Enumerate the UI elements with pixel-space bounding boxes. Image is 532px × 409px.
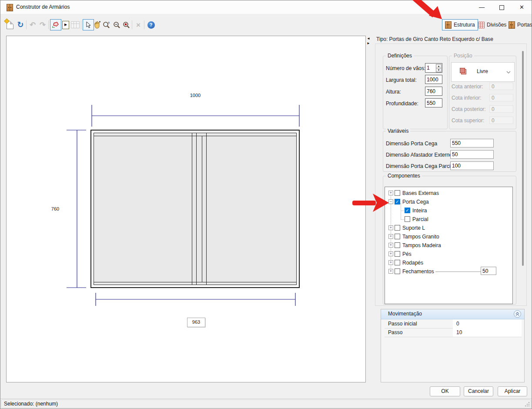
tree-item-label: Tampos Madeira: [402, 242, 441, 248]
expand-icon[interactable]: +: [388, 269, 393, 274]
tree-item-tampos-madeira[interactable]: + Tampos Madeira: [385, 241, 512, 250]
groupbox-variaveis-title: Variáveis: [386, 128, 410, 134]
help-button[interactable]: ?: [146, 20, 156, 30]
checkbox-porta-cega[interactable]: ✓: [395, 199, 400, 204]
zoom-selection-button[interactable]: [121, 20, 131, 30]
tab-estrutura-label: Estrutura: [454, 22, 475, 28]
checkbox-fechamentos[interactable]: [395, 268, 400, 274]
help-icon: ?: [147, 21, 155, 29]
minimize-button[interactable]: —: [472, 0, 492, 14]
expand-icon[interactable]: +: [388, 234, 393, 239]
checkbox-tampos-madeira[interactable]: [395, 242, 400, 248]
redo-button[interactable]: ↷: [38, 20, 47, 30]
tree-item-rodapes[interactable]: + Rodapés: [385, 258, 512, 267]
movimentacao-header[interactable]: Movimentação: [381, 309, 524, 319]
fechamentos-value-input[interactable]: [481, 267, 496, 275]
numero-vaos-spin-down[interactable]: ▼: [436, 68, 442, 72]
splitter-collapse-right-icon[interactable]: ►: [367, 41, 370, 46]
checkbox-suporte-l[interactable]: [395, 225, 400, 231]
tab-divisoes[interactable]: Divisões: [475, 19, 509, 30]
window-title: Construtor de Armários: [16, 4, 70, 10]
altura-input[interactable]: [425, 87, 442, 96]
passo-value[interactable]: 10: [453, 328, 522, 337]
checkbox-parcial[interactable]: [405, 216, 410, 222]
tree-item-label: Suporte L: [402, 225, 425, 231]
property-row-passo[interactable]: Passo 10: [385, 328, 522, 337]
profundidade-input[interactable]: [425, 98, 442, 107]
cota-inferior-label: Cota inferior:: [452, 95, 482, 101]
maximize-icon: [499, 5, 504, 10]
expand-icon[interactable]: +: [388, 251, 393, 256]
panel-scrollbar[interactable]: [522, 51, 524, 266]
edit-structure-tool-button[interactable]: [50, 19, 61, 30]
expand-icon[interactable]: +: [388, 260, 393, 265]
toolbar-separator: [81, 20, 81, 29]
new-file-button[interactable]: [5, 20, 15, 30]
expand-icon[interactable]: +: [388, 243, 393, 248]
checkbox-rodapes[interactable]: [395, 260, 400, 265]
tree-item-bases-externas[interactable]: + Bases Externas: [385, 189, 512, 198]
tree-item-porta-cega[interactable]: − ✓ Porta Cega: [385, 198, 512, 206]
dimension-bottom-field[interactable]: 963: [187, 318, 205, 327]
passo-inicial-value[interactable]: 0: [453, 319, 522, 328]
property-row-passo-inicial[interactable]: Passo inicial 0: [385, 319, 522, 329]
redo-icon: ↷: [40, 21, 46, 29]
pan-tool-button[interactable]: [92, 20, 102, 30]
altura-label: Altura:: [386, 89, 401, 95]
grid-tool-button[interactable]: [70, 20, 80, 30]
checkbox-pes[interactable]: [395, 251, 400, 257]
expand-icon[interactable]: +: [388, 191, 393, 195]
cabinet-icon: [445, 21, 452, 29]
dim-afastador-input[interactable]: [450, 150, 494, 159]
tab-portas[interactable]: Portas: [506, 19, 532, 30]
collapse-panel-button[interactable]: [514, 310, 521, 318]
dim-porta-cega-parcial-input[interactable]: [450, 161, 494, 170]
refresh-button[interactable]: ↻: [16, 20, 25, 30]
dim-left-line: [67, 130, 86, 288]
numero-vaos-label: Número de vãos:: [386, 65, 425, 71]
collapse-icon[interactable]: −: [388, 199, 393, 204]
cota-superior-label: Cota superior:: [452, 117, 484, 124]
cota-posterior-field: 0: [489, 105, 513, 113]
close-button[interactable]: ✕: [512, 0, 532, 14]
posicao-selected-value: Livre: [477, 68, 488, 74]
toolbar-separator: [48, 20, 49, 29]
app-icon: [7, 4, 13, 11]
tree-item-tampos-granito[interactable]: + Tampos Granito: [385, 232, 512, 241]
tab-estrutura[interactable]: Estrutura: [442, 19, 478, 30]
undo-button[interactable]: ↶: [28, 20, 37, 30]
drawing-canvas[interactable]: 1000 760 963: [6, 36, 366, 382]
expand-icon[interactable]: +: [388, 225, 393, 230]
largura-input[interactable]: [425, 75, 442, 84]
zoom-window-button[interactable]: ±: [102, 20, 111, 30]
pan-hand-icon: [93, 21, 101, 29]
dim-afastador-label: Dimensão Afastador Externo: [386, 152, 452, 158]
maximize-button[interactable]: [492, 0, 512, 14]
tree-item-label: Tampos Granito: [402, 234, 439, 240]
tree-item-pes[interactable]: + Pés: [385, 250, 512, 258]
components-tree: + Bases Externas − ✓ Porta Cega ✓ Inteir…: [385, 187, 513, 304]
cancel-button[interactable]: Cancelar: [464, 386, 493, 396]
largura-label: Largura total:: [386, 77, 417, 83]
title-bar: Construtor de Armários — ✕: [0, 0, 532, 14]
checkbox-bases-externas[interactable]: [395, 190, 400, 196]
cota-superior-field: 0: [489, 117, 513, 124]
checkbox-inteira[interactable]: ✓: [405, 208, 410, 213]
splitter-collapse-left-icon[interactable]: ◄: [367, 37, 370, 41]
ok-button[interactable]: OK: [430, 386, 460, 396]
apply-button[interactable]: Aplicar: [498, 386, 527, 396]
cabinet-doors-area: [94, 133, 297, 285]
checkbox-tampos-granito[interactable]: [395, 234, 400, 239]
app-window: Construtor de Armários — ✕ ↻ ↶ ↷ ▶ ±: [0, 0, 532, 409]
delete-icon: ×: [136, 21, 141, 29]
dim-porta-cega-input[interactable]: [450, 139, 494, 148]
tree-connector: [401, 219, 404, 220]
tree-item-suporte-l[interactable]: + Suporte L: [385, 224, 512, 232]
dimension-height-label: 760: [47, 206, 64, 211]
delete-button[interactable]: ×: [134, 20, 143, 30]
zoom-out-button[interactable]: [112, 20, 121, 30]
resize-grip[interactable]: [524, 401, 529, 406]
profile-tool-button[interactable]: ▶: [61, 20, 70, 30]
posicao-dropdown[interactable]: Livre: [451, 62, 515, 82]
new-file-icon: [7, 21, 13, 29]
